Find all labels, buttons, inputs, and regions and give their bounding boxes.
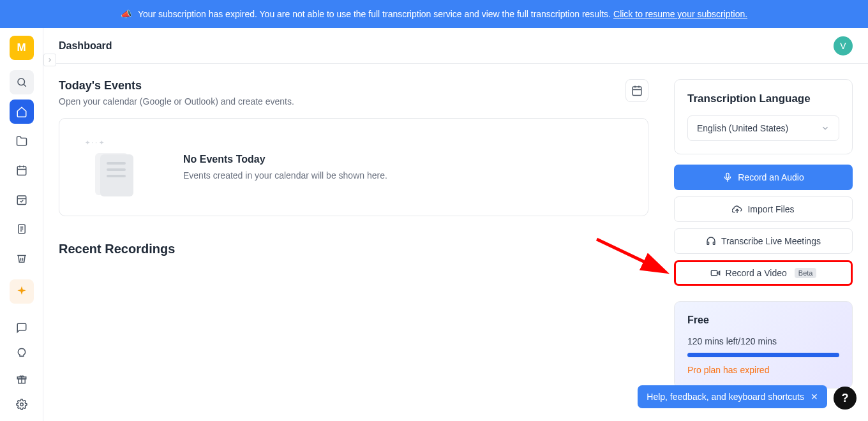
- close-icon[interactable]: ✕: [811, 392, 818, 402]
- banner-text: Your subscription has expired. You are n…: [138, 9, 611, 19]
- video-icon: [710, 268, 721, 278]
- page-title: Dashboard: [59, 40, 112, 52]
- events-subtitle: Open your calendar (Google or Outlook) a…: [59, 96, 294, 107]
- record-video-label: Record a Video: [726, 268, 787, 278]
- topbar: Dashboard V: [43, 28, 868, 64]
- record-audio-label: Record an Audio: [738, 172, 804, 182]
- plan-progress: [687, 353, 839, 357]
- svg-rect-23: [707, 242, 709, 244]
- help-fab[interactable]: ?: [834, 387, 857, 410]
- gift-icon: [16, 373, 27, 385]
- sidebar-item-trash[interactable]: [10, 246, 34, 270]
- calendar-icon: [631, 85, 643, 96]
- events-title: Today's Events: [59, 79, 294, 92]
- subscription-banner: 📣 Your subscription has expired. You are…: [0, 0, 868, 28]
- chevron-right-icon: [47, 57, 53, 63]
- transcribe-live-button[interactable]: Transcribe Live Meetings: [674, 228, 853, 254]
- chevron-down-icon: [821, 124, 830, 133]
- chat-icon: [16, 322, 27, 334]
- search-icon: [16, 77, 27, 88]
- language-select[interactable]: English (United States): [687, 115, 839, 141]
- plan-quota: 120 mins left/120 mins: [687, 336, 839, 346]
- record-video-button[interactable]: Record a Video Beta: [674, 260, 853, 286]
- language-selected-value: English (United States): [697, 123, 788, 133]
- plan-progress-fill: [687, 353, 839, 357]
- calendar-icon: [16, 165, 27, 176]
- sidebar: M: [0, 28, 43, 421]
- help-bar[interactable]: Help, feedback, and keyboard shortcuts ✕: [638, 385, 827, 408]
- folder-icon: [16, 135, 27, 147]
- svg-line-1: [24, 84, 26, 86]
- app-logo[interactable]: M: [10, 36, 34, 60]
- transcribe-live-label: Transcribe Live Meetings: [721, 236, 821, 246]
- user-avatar[interactable]: V: [834, 36, 853, 55]
- sidebar-item-schedule[interactable]: [10, 188, 34, 212]
- svg-point-15: [20, 403, 23, 406]
- sidebar-item-settings[interactable]: [11, 394, 32, 415]
- svg-rect-2: [17, 166, 26, 175]
- home-icon: [16, 106, 27, 117]
- sparkle-icon: [15, 285, 28, 298]
- no-events-title: No Events Today: [183, 154, 387, 165]
- plan-name: Free: [687, 314, 839, 326]
- transcription-language-title: Transcription Language: [687, 92, 839, 105]
- recent-recordings-title: Recent Recordings: [59, 242, 648, 256]
- no-events-card: ✦ · · ✦ No Events Today Events created i…: [59, 118, 648, 216]
- sidebar-item-gift[interactable]: [11, 369, 32, 389]
- beta-badge: Beta: [795, 268, 817, 278]
- plan-expired-text: Pro plan has expired: [687, 365, 839, 375]
- record-audio-button[interactable]: Record an Audio: [674, 165, 853, 190]
- import-files-button[interactable]: Import Files: [674, 196, 853, 222]
- svg-rect-25: [711, 270, 717, 276]
- lightbulb-icon: [16, 348, 27, 359]
- sidebar-item-dashboard[interactable]: [10, 100, 34, 124]
- calendar-check-icon: [16, 194, 27, 205]
- calendar-button[interactable]: [625, 79, 648, 102]
- help-bar-text: Help, feedback, and keyboard shortcuts: [647, 392, 804, 402]
- svg-rect-6: [17, 196, 26, 205]
- microphone-icon: [722, 172, 733, 182]
- sidebar-search[interactable]: [10, 70, 34, 94]
- svg-point-0: [18, 78, 25, 85]
- sidebar-item-tips[interactable]: [11, 343, 32, 364]
- document-icon: [16, 223, 27, 235]
- headset-icon: [706, 236, 716, 246]
- svg-rect-24: [713, 242, 715, 244]
- sidebar-item-calendar[interactable]: [10, 158, 34, 182]
- import-files-label: Import Files: [747, 204, 794, 214]
- svg-rect-16: [632, 87, 641, 96]
- sidebar-item-ai[interactable]: [10, 279, 34, 304]
- resume-subscription-link[interactable]: Click to resume your subscription.: [613, 9, 747, 19]
- transcription-language-card: Transcription Language English (United S…: [674, 79, 853, 154]
- no-events-subtitle: Events created in your calendar will be …: [183, 170, 387, 181]
- svg-rect-20: [726, 173, 729, 178]
- megaphone-icon: 📣: [121, 9, 131, 19]
- empty-illustration: ✦ · · ✦: [82, 138, 153, 196]
- upload-cloud-icon: [732, 204, 742, 214]
- trash-icon: [16, 253, 27, 264]
- collapse-sidebar-button[interactable]: [43, 54, 56, 66]
- plan-card: Free 120 mins left/120 mins Pro plan has…: [674, 301, 853, 388]
- gear-icon: [16, 399, 27, 410]
- sidebar-item-chat[interactable]: [11, 318, 32, 338]
- sidebar-item-notes[interactable]: [10, 217, 34, 241]
- sidebar-item-files[interactable]: [10, 129, 34, 153]
